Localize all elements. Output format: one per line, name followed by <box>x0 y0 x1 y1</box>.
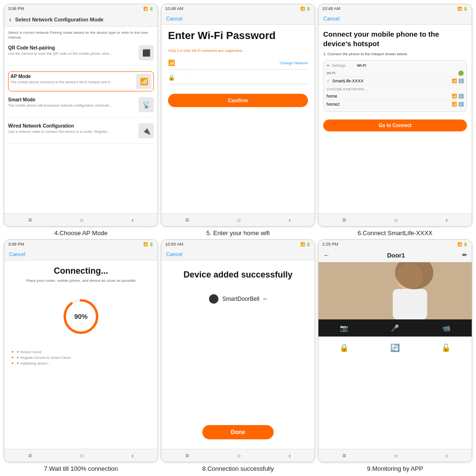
option-qr-title: QR Code Net-pairing <box>8 45 135 50</box>
cancel-btn-2[interactable]: Cancel <box>166 16 182 21</box>
option-wired[interactable]: Wired Network Configuration Use a networ… <box>8 123 154 144</box>
option-ap[interactable]: AP Mode The mobile phone connects to the… <box>8 71 154 91</box>
nav-bar-3: Cancel <box>318 13 472 25</box>
caption-1: 4.Choose AP Mode <box>54 229 108 237</box>
back-btn-6[interactable]: ← <box>323 251 330 259</box>
nav-home-6[interactable]: ○ <box>394 452 398 459</box>
p4-sub: Place your router, mobile phone, and dev… <box>26 278 136 283</box>
bottom-nav-5: ≡ ○ ‹ <box>161 449 315 462</box>
status-bar-3: 10:48 AM 📶 🔋 <box>318 4 472 13</box>
p4-title: Connecting... <box>11 266 151 276</box>
caption-5: 8.Connection successfully <box>202 465 274 472</box>
p3-sub: 1. Connect the phone to the hotspot show… <box>323 52 467 56</box>
step-check-3: ✦ <box>11 361 14 366</box>
lock-closed-icon[interactable]: 🔒 <box>339 343 349 442</box>
nav-menu-icon[interactable]: ≡ <box>28 216 32 224</box>
refresh-icon[interactable]: 🔄 <box>390 343 400 442</box>
home-signal: 📶 ℹ️ <box>452 94 464 99</box>
status-icons-2: 📶 🔋 <box>300 7 311 11</box>
change-network-link[interactable]: Change Network <box>279 61 308 65</box>
p6-actions: 🔒 🔄 🔓 <box>318 337 472 449</box>
p3-smartlife-row[interactable]: ✓ SmartLife-XXXX 📶 ℹ️ <box>327 77 464 85</box>
confirm-btn[interactable]: Confirm <box>168 94 308 107</box>
step-check-1: ✦ <box>11 350 14 354</box>
p5-title: Device added successfully <box>183 270 292 280</box>
bottom-nav-2: ≡ ○ ‹ <box>161 213 315 226</box>
nav-menu-3[interactable]: ≡ <box>342 216 346 224</box>
camera-icon[interactable]: 📷 <box>340 324 348 332</box>
time-2: 10:48 AM <box>165 6 183 11</box>
p2-warning: Only 2.4 GHz Wi-Fi networks are supporte… <box>168 49 308 53</box>
go-connect-btn[interactable]: Go to Connect <box>323 119 467 131</box>
caption-2: 5. Enter your home wifi <box>207 229 270 237</box>
time-1: 3:06 PM <box>8 6 24 11</box>
step-label-2: ✦ Register Device to Smart Cloud <box>16 356 70 360</box>
done-btn[interactable]: Done <box>202 425 274 439</box>
nav-home-5[interactable]: ○ <box>237 452 241 459</box>
p3-home2-row[interactable]: home2 📶 ℹ️ <box>327 100 464 109</box>
nav-back-6[interactable]: ‹ <box>446 452 448 459</box>
nav-back-5[interactable]: ‹ <box>288 452 291 459</box>
p4-progress-text: 90% <box>74 313 88 320</box>
nav-back-3[interactable]: ‹ <box>446 216 448 224</box>
nav-back-2[interactable]: ‹ <box>288 216 291 224</box>
cell-1: 3:06 PM 📶 🔋 ‹ Select Network Configurati… <box>4 4 158 237</box>
mic-icon[interactable]: 🎤 <box>391 324 399 332</box>
p3-wifi-header: ⬅SettingsWi-Fi <box>327 63 464 68</box>
bottom-nav-1: ≡ ○ ‹ <box>4 213 158 226</box>
nav-home-icon[interactable]: ○ <box>80 216 84 224</box>
nav-bar-1: ‹ Select Network Configuration Mode <box>4 13 158 27</box>
back-icon-1[interactable]: ‹ <box>9 16 11 23</box>
cancel-btn-4[interactable]: Cancel <box>9 251 25 257</box>
nav-home-4[interactable]: ○ <box>80 452 84 459</box>
option-ap-icon: 📶 <box>136 74 151 89</box>
device-icon <box>209 294 218 304</box>
option-wired-desc: Use a network cable to connect the devic… <box>8 129 135 134</box>
nav-menu-6[interactable]: ≡ <box>342 452 346 459</box>
phone-frame-3: 10:48 AM 📶 🔋 Cancel Connect your mobile … <box>318 4 472 227</box>
p2-wifi-field[interactable]: 📶 ...... Change Network <box>168 57 308 69</box>
option-ap-desc: The mobile phone connects to the device'… <box>10 80 132 85</box>
edit-btn-6[interactable]: ✏ <box>462 252 467 258</box>
status-icons-6: 📶 🔋 <box>457 242 468 247</box>
wifi-signal-icons: 📶 ℹ️ <box>452 79 464 83</box>
nav-back-icon[interactable]: ‹ <box>131 216 134 224</box>
p4-steps: ✦ ✦ Device found ✦ ✦ Register Device to … <box>11 350 151 367</box>
nav-back-4[interactable]: ‹ <box>131 452 134 459</box>
nav-home-2[interactable]: ○ <box>237 216 241 224</box>
cancel-btn-3[interactable]: Cancel <box>323 16 339 21</box>
p3-home-row[interactable]: home 📶 ℹ️ <box>327 92 464 100</box>
nav-bar-4: Cancel <box>4 248 158 260</box>
step-label-3: ✦ Initializing device... <box>16 361 50 366</box>
nav-menu-4[interactable]: ≡ <box>28 452 32 459</box>
status-icons-5: 📶 🔋 <box>300 242 311 247</box>
wifi-icon: 📶 <box>168 60 175 66</box>
cancel-btn-5[interactable]: Cancel <box>166 251 182 257</box>
p5-device: SmartDoorBell ✏ <box>209 294 267 304</box>
p2-pass-field[interactable]: 🔒 ...... <box>168 71 308 84</box>
status-icons-4: 📶 🔋 <box>143 242 154 247</box>
status-bar-1: 3:06 PM 📶 🔋 <box>4 4 158 13</box>
option-wired-icon: 🔌 <box>139 123 154 139</box>
cell-4: 3:08 PM 📶 🔋 Cancel Connecting... Place y… <box>4 239 158 472</box>
caption-3: 6.Connect SmartLife-XXXX <box>357 229 433 237</box>
lock-open-icon[interactable]: 🔓 <box>441 343 451 442</box>
nav-title-1: Select Network Configuration Mode <box>15 17 104 22</box>
bottom-nav-3: ≡ ○ ‹ <box>318 213 472 226</box>
p4-progress: 90% <box>62 298 100 336</box>
nav-menu-5[interactable]: ≡ <box>185 452 189 459</box>
nav-menu-2[interactable]: ≡ <box>185 216 189 224</box>
device-name[interactable]: SmartDoorBell <box>222 296 259 302</box>
video-icon[interactable]: 📹 <box>442 324 450 332</box>
cell-3: 10:48 AM 📶 🔋 Cancel Connect your mobile … <box>318 4 472 237</box>
step-1: ✦ ✦ Device found <box>11 350 151 354</box>
time-6: 2:25 PM <box>322 242 338 247</box>
time-4: 3:08 PM <box>8 242 24 247</box>
phone-frame-4: 3:08 PM 📶 🔋 Cancel Connecting... Place y… <box>4 239 158 462</box>
edit-icon[interactable]: ✏ <box>263 297 267 302</box>
option-qr-desc: Use the camera to scan the QR code on th… <box>8 51 135 56</box>
bottom-nav-6: ≡ ○ ‹ <box>318 449 472 462</box>
nav-home-3[interactable]: ○ <box>394 216 398 224</box>
option-qr[interactable]: QR Code Net-pairing Use the camera to sc… <box>8 45 154 66</box>
option-smart[interactable]: Smart Mode The mobile phone will broadca… <box>8 97 154 118</box>
